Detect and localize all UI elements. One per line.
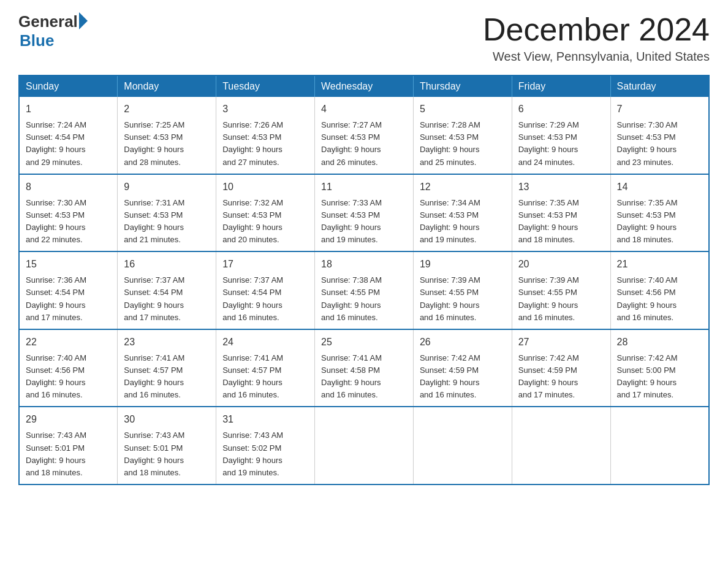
day-info: Sunrise: 7:30 AMSunset: 4:53 PMDaylight:… xyxy=(26,198,86,244)
day-info: Sunrise: 7:36 AMSunset: 4:54 PMDaylight:… xyxy=(26,275,86,321)
day-number: 23 xyxy=(124,335,210,350)
calendar-cell: 21 Sunrise: 7:40 AMSunset: 4:56 PMDaylig… xyxy=(610,251,709,329)
day-number: 6 xyxy=(518,102,604,117)
day-number: 20 xyxy=(518,257,604,272)
day-number: 2 xyxy=(124,102,210,117)
day-info: Sunrise: 7:41 AMSunset: 4:58 PMDaylight:… xyxy=(321,353,382,399)
weekday-header: Monday xyxy=(118,75,216,97)
day-number: 22 xyxy=(26,335,111,350)
day-info: Sunrise: 7:42 AMSunset: 4:59 PMDaylight:… xyxy=(420,353,480,399)
day-number: 5 xyxy=(420,102,506,117)
calendar-cell xyxy=(512,407,610,484)
calendar-cell: 4 Sunrise: 7:27 AMSunset: 4:53 PMDayligh… xyxy=(315,97,414,174)
location-title: West View, Pennsylvania, United States xyxy=(483,50,710,64)
logo-text-blue: Blue xyxy=(20,31,54,50)
day-number: 15 xyxy=(26,257,111,272)
calendar-week-row: 1 Sunrise: 7:24 AMSunset: 4:54 PMDayligh… xyxy=(19,97,709,174)
day-number: 8 xyxy=(26,180,111,194)
calendar-week-row: 22 Sunrise: 7:40 AMSunset: 4:56 PMDaylig… xyxy=(19,329,709,407)
calendar-cell: 27 Sunrise: 7:42 AMSunset: 4:59 PMDaylig… xyxy=(512,329,610,407)
day-number: 30 xyxy=(124,412,210,427)
day-info: Sunrise: 7:43 AMSunset: 5:01 PMDaylight:… xyxy=(124,431,184,477)
day-info: Sunrise: 7:31 AMSunset: 4:53 PMDaylight:… xyxy=(124,198,184,244)
calendar-cell: 19 Sunrise: 7:39 AMSunset: 4:55 PMDaylig… xyxy=(413,251,512,329)
calendar-table: SundayMondayTuesdayWednesdayThursdayFrid… xyxy=(18,75,710,485)
day-number: 3 xyxy=(222,102,308,117)
day-number: 27 xyxy=(518,335,604,350)
day-info: Sunrise: 7:26 AMSunset: 4:53 PMDaylight:… xyxy=(222,120,283,166)
calendar-cell: 5 Sunrise: 7:28 AMSunset: 4:53 PMDayligh… xyxy=(413,97,512,174)
calendar-cell: 3 Sunrise: 7:26 AMSunset: 4:53 PMDayligh… xyxy=(216,97,315,174)
calendar-cell: 7 Sunrise: 7:30 AMSunset: 4:53 PMDayligh… xyxy=(610,97,709,174)
calendar-week-row: 8 Sunrise: 7:30 AMSunset: 4:53 PMDayligh… xyxy=(19,174,709,252)
day-info: Sunrise: 7:28 AMSunset: 4:53 PMDaylight:… xyxy=(420,120,480,166)
day-number: 10 xyxy=(222,180,308,194)
calendar-cell: 11 Sunrise: 7:33 AMSunset: 4:53 PMDaylig… xyxy=(315,174,414,252)
calendar-cell: 25 Sunrise: 7:41 AMSunset: 4:58 PMDaylig… xyxy=(315,329,414,407)
day-info: Sunrise: 7:37 AMSunset: 4:54 PMDaylight:… xyxy=(222,275,283,321)
calendar-cell: 13 Sunrise: 7:35 AMSunset: 4:53 PMDaylig… xyxy=(512,174,610,252)
day-info: Sunrise: 7:37 AMSunset: 4:54 PMDaylight:… xyxy=(124,275,184,321)
calendar-cell: 12 Sunrise: 7:34 AMSunset: 4:53 PMDaylig… xyxy=(413,174,512,252)
day-info: Sunrise: 7:38 AMSunset: 4:55 PMDaylight:… xyxy=(321,275,382,321)
day-info: Sunrise: 7:43 AMSunset: 5:01 PMDaylight:… xyxy=(26,431,86,477)
calendar-header-row: SundayMondayTuesdayWednesdayThursdayFrid… xyxy=(19,75,709,97)
day-number: 14 xyxy=(617,180,702,194)
day-number: 19 xyxy=(420,257,506,272)
day-number: 31 xyxy=(222,412,308,427)
day-info: Sunrise: 7:30 AMSunset: 4:53 PMDaylight:… xyxy=(617,120,678,166)
day-info: Sunrise: 7:40 AMSunset: 4:56 PMDaylight:… xyxy=(617,275,678,321)
calendar-cell: 22 Sunrise: 7:40 AMSunset: 4:56 PMDaylig… xyxy=(19,329,118,407)
day-number: 17 xyxy=(222,257,308,272)
calendar-cell xyxy=(413,407,512,484)
day-info: Sunrise: 7:29 AMSunset: 4:53 PMDaylight:… xyxy=(518,120,579,166)
logo: General Blue xyxy=(18,12,88,50)
calendar-cell: 26 Sunrise: 7:42 AMSunset: 4:59 PMDaylig… xyxy=(413,329,512,407)
calendar-week-row: 15 Sunrise: 7:36 AMSunset: 4:54 PMDaylig… xyxy=(19,251,709,329)
day-number: 21 xyxy=(617,257,702,272)
calendar-cell: 8 Sunrise: 7:30 AMSunset: 4:53 PMDayligh… xyxy=(19,174,118,252)
calendar-cell: 17 Sunrise: 7:37 AMSunset: 4:54 PMDaylig… xyxy=(216,251,315,329)
day-info: Sunrise: 7:27 AMSunset: 4:53 PMDaylight:… xyxy=(321,120,382,166)
day-number: 13 xyxy=(518,180,604,194)
day-number: 4 xyxy=(321,102,407,117)
weekday-header: Sunday xyxy=(19,75,118,97)
calendar-cell: 23 Sunrise: 7:41 AMSunset: 4:57 PMDaylig… xyxy=(118,329,216,407)
day-info: Sunrise: 7:33 AMSunset: 4:53 PMDaylight:… xyxy=(321,198,382,244)
calendar-cell: 9 Sunrise: 7:31 AMSunset: 4:53 PMDayligh… xyxy=(118,174,216,252)
calendar-cell: 1 Sunrise: 7:24 AMSunset: 4:54 PMDayligh… xyxy=(19,97,118,174)
day-info: Sunrise: 7:42 AMSunset: 5:00 PMDaylight:… xyxy=(617,353,678,399)
calendar-cell: 29 Sunrise: 7:43 AMSunset: 5:01 PMDaylig… xyxy=(19,407,118,484)
day-info: Sunrise: 7:24 AMSunset: 4:54 PMDaylight:… xyxy=(26,120,86,166)
day-number: 18 xyxy=(321,257,407,272)
day-info: Sunrise: 7:34 AMSunset: 4:53 PMDaylight:… xyxy=(420,198,480,244)
day-number: 11 xyxy=(321,180,407,194)
day-number: 1 xyxy=(26,102,111,117)
title-section: December 2024 West View, Pennsylvania, U… xyxy=(483,12,710,64)
calendar-cell: 24 Sunrise: 7:41 AMSunset: 4:57 PMDaylig… xyxy=(216,329,315,407)
day-number: 12 xyxy=(420,180,506,194)
day-info: Sunrise: 7:39 AMSunset: 4:55 PMDaylight:… xyxy=(518,275,579,321)
weekday-header: Thursday xyxy=(413,75,512,97)
calendar-cell: 6 Sunrise: 7:29 AMSunset: 4:53 PMDayligh… xyxy=(512,97,610,174)
calendar-week-row: 29 Sunrise: 7:43 AMSunset: 5:01 PMDaylig… xyxy=(19,407,709,484)
day-number: 25 xyxy=(321,335,407,350)
calendar-cell: 20 Sunrise: 7:39 AMSunset: 4:55 PMDaylig… xyxy=(512,251,610,329)
day-info: Sunrise: 7:41 AMSunset: 4:57 PMDaylight:… xyxy=(124,353,184,399)
day-number: 24 xyxy=(222,335,308,350)
day-info: Sunrise: 7:42 AMSunset: 4:59 PMDaylight:… xyxy=(518,353,579,399)
day-info: Sunrise: 7:41 AMSunset: 4:57 PMDaylight:… xyxy=(222,353,283,399)
calendar-cell: 30 Sunrise: 7:43 AMSunset: 5:01 PMDaylig… xyxy=(118,407,216,484)
day-info: Sunrise: 7:39 AMSunset: 4:55 PMDaylight:… xyxy=(420,275,480,321)
month-title: December 2024 xyxy=(483,12,710,47)
weekday-header: Saturday xyxy=(610,75,709,97)
day-number: 26 xyxy=(420,335,506,350)
calendar-cell: 14 Sunrise: 7:35 AMSunset: 4:53 PMDaylig… xyxy=(610,174,709,252)
logo-triangle-icon xyxy=(79,12,88,29)
calendar-cell: 28 Sunrise: 7:42 AMSunset: 5:00 PMDaylig… xyxy=(610,329,709,407)
day-number: 28 xyxy=(617,335,702,350)
logo-text-general: General xyxy=(18,12,78,31)
calendar-cell: 31 Sunrise: 7:43 AMSunset: 5:02 PMDaylig… xyxy=(216,407,315,484)
day-number: 29 xyxy=(26,412,111,427)
calendar-cell xyxy=(315,407,414,484)
